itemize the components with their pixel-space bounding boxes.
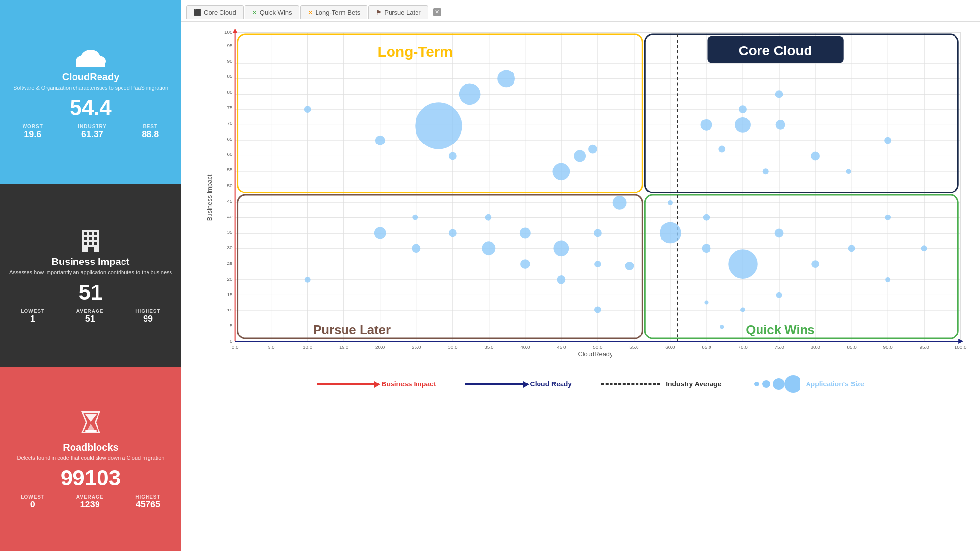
right-panel: ⬛ Core Cloud ✕ Quick Wins ✕ Long-Term Be… <box>181 0 980 551</box>
svg-text:45.0: 45.0 <box>557 344 566 350</box>
svg-point-146 <box>594 229 602 237</box>
svg-point-151 <box>613 196 627 210</box>
stat-label-road-average: AVERAGE <box>76 494 104 500</box>
svg-point-139 <box>846 169 851 174</box>
stat-label-best: BEST <box>142 124 159 129</box>
svg-point-148 <box>557 275 565 284</box>
svg-text:15: 15 <box>227 292 233 297</box>
svg-point-169 <box>668 200 673 205</box>
svg-point-128 <box>574 150 586 162</box>
legend-area: Business Impact Cloud Ready Industry Ave… <box>206 359 975 404</box>
legend-industry-label: Industry Average <box>666 380 721 388</box>
legend-cloud-ready: Cloud Ready <box>466 380 572 388</box>
svg-point-149 <box>594 261 601 267</box>
svg-text:70: 70 <box>227 120 233 126</box>
svg-point-129 <box>588 145 597 154</box>
main-container: CloudReady Software & Organization chara… <box>0 0 980 551</box>
svg-point-124 <box>375 136 385 145</box>
svg-point-160 <box>775 229 784 238</box>
stat-value-highest: 99 <box>135 314 160 324</box>
stat-value-best: 88.8 <box>142 129 159 140</box>
svg-text:75.0: 75.0 <box>774 344 784 350</box>
svg-text:40.0: 40.0 <box>520 344 530 350</box>
business-impact-panel: Business Impact Assesses how importantly… <box>0 184 181 367</box>
business-stat-average: AVERAGE 51 <box>76 309 104 324</box>
svg-text:35.0: 35.0 <box>484 344 494 350</box>
svg-text:10: 10 <box>227 307 233 312</box>
svg-text:15.0: 15.0 <box>339 344 349 350</box>
stat-value-road-average: 1239 <box>76 500 104 510</box>
cloud-icon <box>74 44 108 69</box>
svg-point-147 <box>520 259 530 269</box>
cloudready-title: CloudReady <box>62 72 120 83</box>
svg-text:CloudReady: CloudReady <box>578 350 613 358</box>
svg-point-142 <box>449 229 457 237</box>
business-stat-lowest: LOWEST 1 <box>21 309 45 324</box>
svg-point-133 <box>776 120 785 130</box>
cloudready-panel: CloudReady Software & Organization chara… <box>0 0 181 184</box>
svg-point-140 <box>374 227 386 239</box>
stat-label-road-lowest: LOWEST <box>21 494 45 500</box>
tab-quick-icon: ✕ <box>252 9 257 16</box>
svg-point-122 <box>459 83 481 105</box>
svg-text:65: 65 <box>227 136 233 142</box>
svg-rect-7 <box>94 232 97 235</box>
road-score: 99103 <box>61 466 121 490</box>
svg-text:100: 100 <box>224 29 233 35</box>
tab-pursue-later[interactable]: ⚑ Pursue Later <box>368 5 428 19</box>
tab-core-cloud[interactable]: ⬛ Core Cloud <box>186 5 244 19</box>
svg-rect-13 <box>94 242 97 245</box>
cloudready-stats: WORST 19.6 INDUSTRY 61.37 BEST 88.8 <box>5 124 176 140</box>
stat-label-road-highest: HIGHEST <box>135 494 160 500</box>
svg-point-150 <box>594 307 601 313</box>
business-stats: LOWEST 1 AVERAGE 51 HIGHEST 99 <box>5 309 176 324</box>
svg-text:85: 85 <box>227 73 233 79</box>
svg-point-123 <box>497 70 515 88</box>
svg-point-127 <box>552 163 570 180</box>
svg-text:95.0: 95.0 <box>920 344 930 350</box>
svg-text:20.0: 20.0 <box>375 344 385 350</box>
svg-text:Long-Term: Long-Term <box>378 44 453 60</box>
cloudready-stat-industry: INDUSTRY 61.37 <box>78 124 107 140</box>
tab-pursue-icon: ⚑ <box>376 9 382 16</box>
stat-label-lowest: LOWEST <box>21 309 45 314</box>
tab-quick-wins[interactable]: ✕ Quick Wins <box>245 5 299 19</box>
svg-text:55: 55 <box>227 167 233 172</box>
svg-point-144 <box>520 228 531 239</box>
svg-text:70.0: 70.0 <box>738 344 748 350</box>
svg-text:80.0: 80.0 <box>810 344 820 350</box>
stat-label-worst: WORST <box>23 124 43 129</box>
tab-long-term[interactable]: ✕ Long-Term Bets <box>300 5 368 19</box>
svg-point-134 <box>739 105 747 113</box>
tab-pursue-label: Pursue Later <box>384 9 420 16</box>
svg-text:Business Impact: Business Impact <box>206 174 213 221</box>
cloudready-stat-best: BEST 88.8 <box>142 124 159 140</box>
business-subtitle: Assesses how importantly an application … <box>9 269 172 275</box>
legend-business-label: Business Impact <box>381 380 436 388</box>
chart-wrapper: Business Impact CloudReady <box>181 22 980 551</box>
svg-text:30: 30 <box>227 245 233 250</box>
svg-point-156 <box>660 222 681 244</box>
svg-text:10.0: 10.0 <box>303 344 313 350</box>
svg-text:45: 45 <box>227 198 233 204</box>
svg-text:90.0: 90.0 <box>883 344 893 350</box>
left-panel: CloudReady Software & Organization chara… <box>0 0 181 551</box>
svg-point-136 <box>811 152 820 161</box>
svg-text:60.0: 60.0 <box>665 344 675 350</box>
road-subtitle: Defects found in code that could slow do… <box>17 455 165 461</box>
legend-bubbles <box>751 374 800 394</box>
tab-close-button[interactable]: ✕ <box>433 8 441 16</box>
stat-label-highest: HIGHEST <box>135 309 160 314</box>
legend-app-size: Application's Size <box>751 374 864 394</box>
svg-text:Quick Wins: Quick Wins <box>746 323 814 336</box>
svg-point-164 <box>885 215 891 220</box>
svg-point-166 <box>921 245 927 251</box>
svg-rect-9 <box>89 237 92 240</box>
industry-avg-line <box>601 383 660 385</box>
svg-text:90: 90 <box>227 58 233 64</box>
svg-point-171 <box>754 382 759 386</box>
svg-point-168 <box>740 308 745 312</box>
svg-text:95: 95 <box>227 43 233 48</box>
svg-text:5: 5 <box>230 323 233 328</box>
legend-business-impact: Business Impact <box>317 380 436 388</box>
